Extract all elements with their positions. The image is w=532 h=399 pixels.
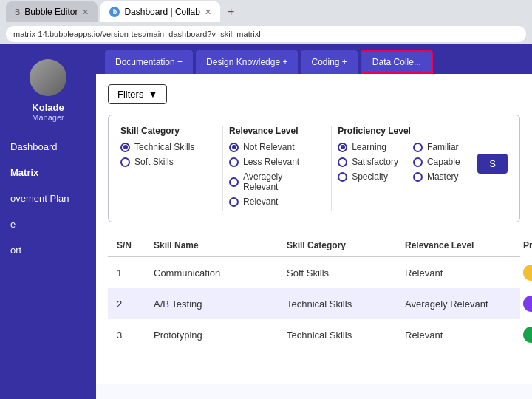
row-category-2: Technical Skills [287,299,405,310]
radio-relevant[interactable]: Relevant [229,197,316,207]
tab-bubble-editor[interactable]: B Bubble Editor ✕ [6,1,98,22]
app-container: Kolade Manager Dashboard Matrix ovement … [0,44,532,399]
row-sn-2: 2 [117,299,154,310]
radio-dot-relevant [229,197,239,207]
filter-relevance: Relevance Level Not Relevant Less Releva… [229,126,325,211]
radio-less-relevant[interactable]: Less Relevant [229,157,316,167]
top-nav: Documentation + Design Knowledge + Codin… [96,44,532,74]
new-tab-button[interactable]: + [223,5,239,18]
main-content: Documentation + Design Knowledge + Codin… [96,44,532,399]
radio-dot-learning [338,143,347,152]
radio-dot-capable [413,157,423,167]
row-name-3: Prototyping [154,330,287,341]
sidebar-item-ort[interactable]: ort [0,237,96,263]
filter-title-relevance: Relevance Level [229,126,316,136]
filter-title-skill: Skill Category [120,126,208,136]
row-relevance-2: Averagely Relevant [405,299,523,310]
radio-dot-mastery [413,172,423,182]
tab-close-dashboard[interactable]: ✕ [205,7,211,17]
radio-dot-averagely [229,177,239,187]
sidebar-item-matrix[interactable]: Matrix [0,160,96,185]
col-header-name: Skill Name [154,240,287,250]
user-role: Manager [0,113,96,122]
radio-dot-not-relevant [229,143,239,152]
col-header-relevance: Relevance Level [405,240,523,250]
sidebar-item-improvement[interactable]: ovement Plan [0,185,96,211]
divider-1 [222,126,223,211]
radio-dot-familiar [413,143,423,152]
tab-label-dashboard: Dashboard | Collab [124,7,200,17]
radio-capable[interactable]: Capable [413,157,460,167]
filter-title-proficiency: Proficiency Level [338,126,468,136]
nav-tab-coding[interactable]: Coding + [301,50,357,74]
radio-dot-soft [120,157,130,167]
radio-dot-technical [120,143,130,152]
filters-label: Filters [117,89,143,100]
nav-tab-design[interactable]: Design Knowledge + [196,50,298,74]
radio-familiar[interactable]: Familiar [413,142,460,152]
filters-button[interactable]: Filters ▼ [108,84,167,104]
row-sn-1: 1 [117,267,154,279]
table-header: S/N Skill Name Skill Category Relevance … [108,234,520,257]
proficiency-col1: Learning Satisfactory Specialty [338,142,398,186]
filter-skill-category: Skill Category Technical Skills Soft Ski… [120,126,216,211]
row-proficiency-badge-3: Mastery [523,327,532,343]
radio-dot-specialty [338,172,347,182]
apply-filter-button[interactable]: S [477,154,508,174]
radio-soft[interactable]: Soft Skills [120,157,208,167]
row-category-3: Technical Skills [287,330,405,341]
tab-label: Bubble Editor [24,7,78,17]
row-name-2: A/B Testing [154,299,287,310]
tab-icon-dashboard: b [109,7,120,17]
avatar-image [30,59,66,96]
sidebar: Kolade Manager Dashboard Matrix ovement … [0,44,96,399]
tab-close-bubble[interactable]: ✕ [82,7,89,17]
radio-specialty[interactable]: Specialty [338,171,398,182]
tab-dashboard[interactable]: b Dashboard | Collab ✕ [100,1,220,22]
divider-2 [331,126,332,211]
col-header-sn: S/N [117,240,154,250]
row-name-1: Communication [154,267,287,279]
radio-technical[interactable]: Technical Skills [120,142,208,152]
radio-dot-less-relevant [229,157,239,167]
radio-dot-satisfactory [338,157,347,167]
table-row: 2 A/B Testing Technical Skills Averagely… [108,288,520,319]
row-relevance-3: Relevant [405,330,523,341]
radio-not-relevant[interactable]: Not Relevant [229,142,316,152]
row-proficiency-badge-1: Satisfactory [523,265,532,281]
col-header-category: Skill Category [287,240,405,250]
radio-averagely-relevant[interactable]: Averagely Relevant [229,171,316,192]
table-row: 3 Prototyping Technical Skills Relevant … [108,319,520,350]
browser-chrome: B Bubble Editor ✕ b Dashboard | Collab ✕… [0,0,532,24]
col-header-proficiency: Proficiency Level [523,240,532,250]
content-area: Filters ▼ Skill Category Technical Skill… [96,74,532,384]
address-bar: matrix-14.bubbleapps.io/version-test/mai… [0,24,532,44]
radio-satisfactory[interactable]: Satisfactory [338,157,398,167]
avatar [30,59,66,96]
user-name: Kolade [0,102,96,113]
proficiency-col2: Familiar Capable Mastery [413,142,460,186]
row-relevance-1: Relevant [405,267,523,279]
tab-icon: B [15,7,20,16]
row-sn-3: 3 [117,330,154,341]
table-row: 1 Communication Soft Skills Relevant Sat… [108,257,520,288]
url-text: matrix-14.bubbleapps.io/version-test/mai… [13,30,261,38]
radio-learning[interactable]: Learning [338,142,398,152]
row-proficiency-badge-2: Specialty [523,296,532,312]
radio-mastery[interactable]: Mastery [413,171,460,182]
filter-proficiency: Proficiency Level Learning Satisfactory [338,126,477,211]
filter-icon: ▼ [148,89,157,100]
nav-tab-documentation[interactable]: Documentation + [105,50,193,74]
sidebar-item-dashboard[interactable]: Dashboard [0,134,96,160]
filter-panel: Skill Category Technical Skills Soft Ski… [108,115,520,222]
sidebar-item-e[interactable]: e [0,211,96,237]
row-category-1: Soft Skills [287,267,405,279]
url-input[interactable]: matrix-14.bubbleapps.io/version-test/mai… [6,26,526,42]
nav-tab-data[interactable]: Data Colle... [361,50,433,74]
